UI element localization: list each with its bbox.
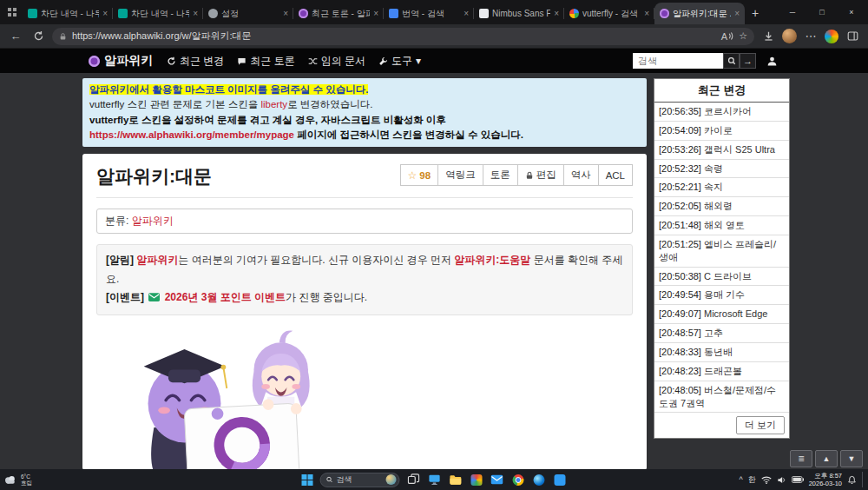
scroll-top-button[interactable]: ▲ — [815, 450, 838, 467]
more-button[interactable]: 더 보기 — [736, 416, 785, 434]
back-button[interactable]: ← — [7, 28, 24, 45]
file-explorer-icon[interactable] — [449, 473, 463, 487]
change-title[interactable]: 용매 기수 — [704, 289, 745, 300]
change-title[interactable]: 카이로 — [704, 125, 733, 136]
address-bar[interactable]: https://www.alphawiki.org/w/알파위키:대문 A ☆ — [52, 28, 754, 45]
wiki-search-input[interactable] — [633, 53, 723, 69]
tab-close-icon[interactable]: × — [554, 9, 559, 18]
tab-actions-menu-icon[interactable] — [2, 2, 23, 23]
copilot-icon[interactable] — [825, 30, 838, 43]
nav-recent-changes[interactable]: 최근 변경 — [167, 54, 224, 69]
nav-random-document[interactable]: 임의 문서 — [308, 54, 365, 69]
maximize-button[interactable]: □ — [807, 0, 837, 24]
history-button[interactable]: 역사 — [563, 164, 599, 186]
recent-change-row[interactable]: [20:54:09] 카이로 — [654, 122, 789, 141]
monitor-app-icon[interactable] — [428, 473, 442, 487]
category-link[interactable]: 알파위키 — [132, 215, 174, 227]
user-menu-icon[interactable] — [766, 56, 778, 67]
wifi-icon[interactable] — [761, 476, 772, 484]
backlinks-button[interactable]: 역링크 — [437, 164, 483, 186]
discuss-button[interactable]: 토론 — [483, 164, 518, 186]
downloads-icon[interactable] — [760, 28, 777, 45]
minimize-button[interactable]: ─ — [778, 0, 807, 24]
change-title[interactable]: Microsoft Edge — [704, 308, 767, 319]
recent-change-row[interactable]: [20:56:35] 코르시카어 — [654, 103, 789, 122]
browser-tab-settings[interactable]: 설정 × — [203, 3, 293, 24]
new-tab-button[interactable]: + — [745, 3, 766, 23]
hidden-icons-chevron[interactable]: ^ — [739, 475, 742, 484]
recent-change-row[interactable]: [20:48:57] 고추 — [654, 324, 789, 343]
mypage-link[interactable]: https://www.alphawiki.org/member/mypage — [89, 129, 294, 140]
recent-change-row[interactable]: [20:51:48] 해외 영토 — [654, 216, 789, 235]
site-info-icon[interactable] — [59, 32, 67, 41]
wiki-search-go-button[interactable]: → — [740, 53, 756, 69]
alphawiki-link[interactable]: 알파위키 — [136, 254, 178, 266]
edit-button[interactable]: 편집 — [517, 164, 564, 186]
show-desktop-button[interactable] — [862, 472, 865, 487]
mail-app-icon[interactable] — [490, 473, 504, 487]
close-window-button[interactable]: × — [837, 0, 866, 24]
star-button[interactable]: ☆98 — [400, 164, 439, 186]
recent-change-row[interactable]: [20:49:54] 용매 기수 — [654, 286, 789, 305]
recent-change-row[interactable]: [20:48:33] 동년배 — [654, 343, 789, 362]
acl-button[interactable]: ACL — [598, 164, 633, 186]
sidebar-panel-icon[interactable] — [844, 28, 861, 45]
tab-close-icon[interactable]: × — [464, 9, 469, 18]
photos-app-icon[interactable] — [470, 473, 483, 487]
liberty-skin-link[interactable]: liberty — [260, 99, 287, 109]
volume-icon[interactable] — [777, 475, 786, 485]
clock[interactable]: 오후 8:57 2026-03-10 — [809, 472, 842, 487]
change-title[interactable]: C 드라이브 — [704, 271, 752, 281]
tab-close-icon[interactable]: × — [373, 9, 378, 18]
profile-avatar[interactable] — [782, 29, 797, 43]
recent-change-row[interactable]: [20:51:25] 엘비스 프레슬리/생애 — [654, 235, 789, 268]
change-title[interactable]: 속지 — [704, 182, 723, 192]
recent-change-row[interactable]: [20:53:26] 갤럭시 S25 Ultra — [654, 141, 789, 160]
change-title[interactable]: 갤럭시 S25 Ultra — [704, 144, 775, 155]
scroll-bottom-button[interactable]: ▼ — [840, 450, 863, 467]
browser-tab-block-log-2[interactable]: 차단 내역 - 나무... × — [113, 3, 203, 24]
change-title[interactable]: 드래곤볼 — [704, 366, 742, 376]
change-title[interactable]: 코르시카어 — [704, 106, 752, 116]
wiki-logo[interactable]: 알파위키 — [89, 53, 153, 69]
browser-tab-block-log-1[interactable]: 차단 내역 - 나무... × — [23, 3, 113, 24]
recent-change-row[interactable]: [20:52:32] 속령 — [654, 160, 789, 179]
change-title[interactable]: 고추 — [704, 328, 723, 338]
toc-button[interactable]: ≡ — [790, 450, 812, 467]
refresh-button[interactable] — [30, 28, 47, 45]
ime-indicator[interactable]: 한 — [748, 474, 756, 486]
wiki-search-button[interactable] — [723, 53, 740, 69]
taskbar-search[interactable]: 검색 — [320, 473, 400, 487]
more-menu-icon[interactable]: ⋯ — [802, 28, 819, 45]
recent-change-row[interactable]: [20:49:07] Microsoft Edge — [654, 305, 789, 324]
tab-close-icon[interactable]: × — [644, 9, 649, 18]
browser-tab-translate-search[interactable]: 번역 - 검색 × — [384, 3, 474, 24]
recent-change-row[interactable]: [20:50:38] C 드라이브 — [654, 268, 789, 287]
chrome-app-icon[interactable] — [511, 473, 525, 487]
browser-tab-alphawiki-main[interactable]: 알파위키:대문 ... × — [654, 3, 745, 24]
tab-close-icon[interactable]: × — [283, 9, 288, 18]
change-title[interactable]: 해외 영토 — [704, 220, 745, 230]
help-link[interactable]: 알파위키:도움말 — [454, 254, 530, 266]
recent-change-row[interactable]: [20:48:05] 버스철/문제점/수도권 7권역 — [654, 381, 789, 414]
nav-recent-discuss[interactable]: 최근 토론 — [237, 54, 294, 69]
battery-icon[interactable] — [792, 476, 804, 483]
recent-change-row[interactable]: [20:52:05] 해외령 — [654, 197, 789, 216]
edge-app-icon[interactable] — [532, 473, 546, 487]
tab-close-icon[interactable]: × — [734, 9, 740, 18]
change-title[interactable]: 속령 — [704, 163, 723, 174]
browser-tab-recent-discuss[interactable]: 최근 토론 - 알파위... × — [293, 3, 384, 24]
event-link[interactable]: 2026년 3월 포인트 이벤트 — [165, 291, 286, 303]
tab-close-icon[interactable]: × — [193, 9, 198, 18]
browser-tab-vutterfly-search[interactable]: vutterfly - 검색 × — [564, 3, 654, 24]
task-view-button[interactable] — [407, 473, 421, 487]
weather-widget[interactable]: 6°C 흐림 — [3, 473, 32, 487]
notification-bell-icon[interactable] — [847, 475, 857, 485]
favorite-star-icon[interactable]: ☆ — [739, 30, 747, 42]
nav-tools[interactable]: 도구 ▾ — [378, 54, 421, 69]
change-title[interactable]: 해외령 — [704, 201, 733, 211]
read-aloud-icon[interactable]: A — [721, 31, 733, 42]
recent-change-row[interactable]: [20:48:23] 드래곤볼 — [654, 362, 789, 381]
change-title[interactable]: 동년배 — [704, 347, 733, 357]
tab-close-icon[interactable]: × — [102, 9, 108, 18]
